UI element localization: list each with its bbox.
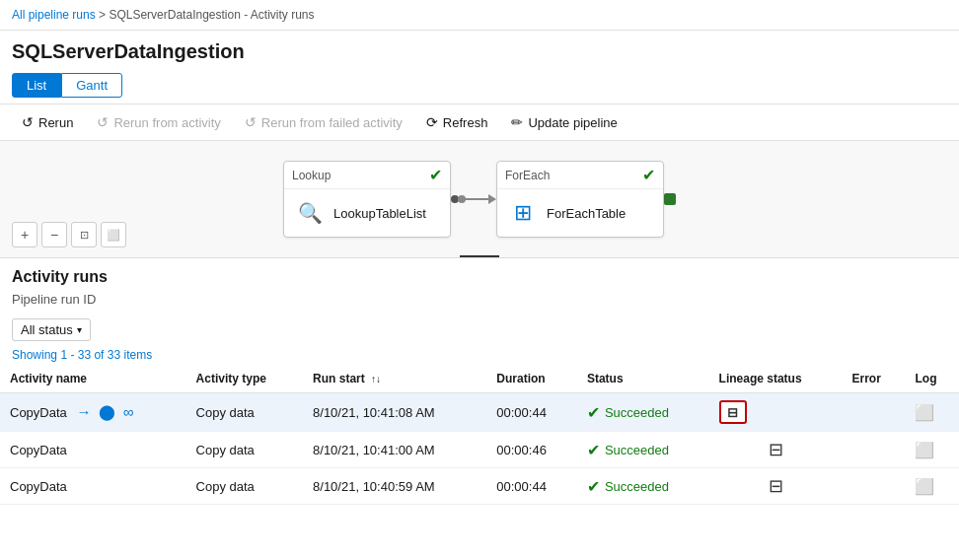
col-error: Error: [842, 365, 905, 393]
cell-error: [842, 468, 905, 505]
zoom-in-button[interactable]: +: [12, 222, 37, 247]
lookup-icon: 🔍: [294, 197, 326, 229]
expand-button[interactable]: ⬜: [101, 222, 126, 247]
toolbar: ↺ Rerun ↺ Rerun from activity ↺ Rerun fr…: [0, 104, 959, 141]
rerun-icon: ↺: [22, 114, 34, 130]
connector-arrow: [488, 194, 496, 204]
lineage-highlighted-button[interactable]: ⊟: [719, 400, 747, 424]
col-duration: Duration: [486, 365, 577, 393]
activity-name-text: CopyData: [10, 405, 67, 420]
view-toggle: List Gantt: [0, 69, 959, 104]
cell-status: ✔Succeeded: [577, 432, 709, 468]
foreach-node-header: ForEach ✔: [497, 162, 663, 189]
items-total: 33: [108, 348, 120, 362]
cell-run-start: 8/10/21, 10:41:08 AM: [303, 393, 486, 432]
foreach-icon: ⊞: [507, 197, 539, 229]
lookup-node-body: 🔍 LookupTableList: [284, 189, 450, 237]
refresh-icon: ⟳: [426, 114, 438, 130]
filter-label: All status: [21, 322, 73, 337]
zoom-out-button[interactable]: −: [41, 222, 67, 247]
gantt-view-button[interactable]: Gantt: [61, 73, 122, 98]
refresh-button[interactable]: ⟳ Refresh: [416, 110, 498, 134]
status-success-icon: ✔: [587, 403, 600, 422]
breadcrumb-current: SQLServerDataIngestion - Activity runs: [109, 8, 314, 22]
col-run-start[interactable]: Run start ↑↓: [303, 365, 486, 393]
items-range: 1 - 33: [60, 348, 91, 362]
cell-lineage-status: ⊟: [709, 468, 843, 505]
lookup-node-header: Lookup ✔: [284, 162, 450, 189]
rerun-from-failed-button[interactable]: ↺ Rerun from failed activity: [235, 110, 412, 134]
lookup-node[interactable]: Lookup ✔ 🔍 LookupTableList: [283, 161, 451, 238]
lineage-icon[interactable]: ⊟: [719, 475, 833, 497]
cell-error: [842, 432, 905, 468]
table-row: CopyData → ⬤ ∞Copy data8/10/21, 10:41:08…: [0, 393, 959, 432]
cell-lineage-status: ⊟: [709, 393, 843, 432]
connector: [451, 194, 496, 204]
activity-runs-section: Activity runs Pipeline run ID: [0, 258, 959, 315]
canvas-controls: + − ⊡ ⬜: [12, 222, 126, 247]
table-row: CopyDataCopy data8/10/21, 10:41:00 AM00:…: [0, 432, 959, 468]
rerun-from-activity-icon: ↺: [97, 114, 109, 130]
foreach-node-label: ForEachTable: [547, 206, 626, 221]
rerun-button[interactable]: ↺ Rerun: [12, 110, 83, 134]
output-icon[interactable]: ⬤: [99, 403, 115, 420]
cell-activity-type: Copy data: [186, 393, 303, 432]
fit-view-button[interactable]: ⊡: [71, 222, 97, 247]
update-pipeline-icon: ✏: [511, 114, 523, 130]
status-success-icon: ✔: [587, 441, 600, 459]
items-count: Showing 1 - 33 of 33 items: [0, 345, 959, 365]
foreach-right-handle: [664, 193, 676, 205]
col-status: Status: [577, 365, 709, 393]
filter-row: All status ▾: [0, 315, 959, 345]
col-lineage-status: Lineage status: [709, 365, 843, 393]
activity-runs-title: Activity runs: [12, 268, 947, 286]
cell-duration: 00:00:46: [486, 432, 577, 468]
cell-duration: 00:00:44: [486, 393, 577, 432]
cell-duration: 00:00:44: [486, 468, 577, 505]
lookup-node-type: Lookup: [292, 169, 331, 182]
status-text: Succeeded: [605, 405, 669, 420]
table-row: CopyDataCopy data8/10/21, 10:40:59 AM00:…: [0, 468, 959, 505]
log-icon[interactable]: ⬜: [915, 404, 934, 421]
cell-error: [842, 393, 905, 432]
cell-status: ✔Succeeded: [577, 468, 709, 505]
cell-run-start: 8/10/21, 10:41:00 AM: [303, 432, 486, 468]
cell-status: ✔Succeeded: [577, 393, 709, 432]
connector-line: [459, 198, 488, 200]
cell-log: ⬜: [905, 393, 959, 432]
table-header-row: Activity name Activity type Run start ↑↓…: [0, 365, 959, 393]
lookup-node-label: LookupTableList: [333, 206, 426, 221]
lineage-icon[interactable]: ⊟: [719, 439, 833, 460]
cell-activity-name: CopyData → ⬤ ∞: [0, 393, 186, 432]
rerun-from-activity-button[interactable]: ↺ Rerun from activity: [87, 110, 230, 134]
log-icon[interactable]: ⬜: [915, 478, 934, 495]
rerun-from-failed-icon: ↺: [245, 114, 257, 130]
activity-runs-table: Activity name Activity type Run start ↑↓…: [0, 365, 959, 505]
pipeline-nodes: Lookup ✔ 🔍 LookupTableList ForEach ✔ ⊞ F…: [283, 161, 676, 238]
cell-activity-name: CopyData: [0, 432, 186, 468]
filter-chevron-icon: ▾: [77, 324, 82, 335]
cell-log: ⬜: [905, 432, 959, 468]
breadcrumb: All pipeline runs > SQLServerDataIngesti…: [0, 0, 959, 31]
pipeline-canvas: Lookup ✔ 🔍 LookupTableList ForEach ✔ ⊞ F…: [0, 141, 959, 258]
cell-activity-name: CopyData: [0, 468, 186, 505]
status-filter-dropdown[interactable]: All status ▾: [12, 318, 91, 341]
navigate-icon[interactable]: →: [76, 403, 91, 420]
breadcrumb-link[interactable]: All pipeline runs: [12, 8, 96, 22]
sort-icon: ↑↓: [371, 374, 381, 385]
list-view-button[interactable]: List: [12, 73, 61, 98]
lookup-success-icon: ✔: [429, 166, 442, 184]
col-activity-name: Activity name: [0, 365, 186, 393]
col-log: Log: [905, 365, 959, 393]
breadcrumb-separator: >: [99, 8, 106, 22]
foreach-node-body: ⊞ ForEachTable: [497, 189, 663, 237]
foreach-node[interactable]: ForEach ✔ ⊞ ForEachTable: [496, 161, 664, 238]
update-pipeline-button[interactable]: ✏ Update pipeline: [501, 110, 627, 134]
link-icon[interactable]: ∞: [123, 403, 134, 420]
col-activity-type: Activity type: [186, 365, 303, 393]
cell-activity-type: Copy data: [186, 432, 303, 468]
cell-activity-type: Copy data: [186, 468, 303, 505]
foreach-node-type: ForEach: [505, 169, 550, 182]
pipeline-run-id-label: Pipeline run ID: [12, 292, 947, 307]
log-icon[interactable]: ⬜: [915, 442, 934, 458]
